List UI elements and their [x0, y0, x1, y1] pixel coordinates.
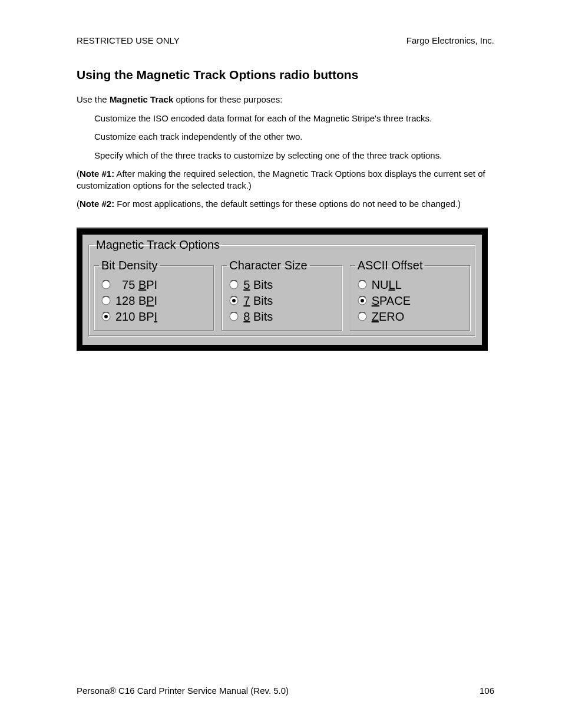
note-2: (Note #2: For most applications, the def… [77, 198, 494, 210]
note2-text: For most applications, the default setti… [114, 199, 461, 209]
group-row: Bit Density 75 BPI128 BPI210 BPICharacte… [94, 259, 471, 331]
header-left: RESTRICTED USE ONLY [77, 35, 180, 45]
radio-selected-icon [101, 312, 111, 321]
radio-label: ZERO [372, 310, 405, 324]
radio-option[interactable]: NULL [358, 278, 465, 292]
svg-point-10 [361, 299, 364, 302]
note1-label: Note #1: [80, 169, 114, 179]
group-legend: ASCII Offset [355, 259, 425, 272]
radio-selected-icon [358, 296, 367, 305]
radio-unselected-icon [229, 280, 239, 289]
group-legend: Character Size [227, 259, 309, 272]
radio-label: 7 Bits [243, 294, 273, 308]
radio-option[interactable]: 210 BPI [101, 310, 209, 324]
radio-label: NULL [372, 278, 402, 292]
svg-point-7 [230, 312, 238, 321]
radio-unselected-icon [101, 296, 111, 305]
header-right: Fargo Electronics, Inc. [406, 35, 494, 45]
svg-point-1 [102, 297, 110, 305]
intro-post: options for these purposes: [173, 94, 282, 104]
radio-label: 8 Bits [243, 310, 273, 324]
radio-option[interactable]: SPACE [358, 294, 465, 308]
radio-unselected-icon [358, 312, 367, 321]
svg-point-11 [358, 312, 366, 321]
bullet-3: Specify which of the three tracks to cus… [94, 150, 494, 162]
footer-right: 106 [480, 686, 494, 696]
radio-unselected-icon [229, 312, 239, 321]
svg-point-3 [104, 315, 108, 318]
bullet-2: Customize each track independently of th… [94, 131, 494, 143]
note2-label: Note #2: [80, 199, 114, 209]
dialog-border: Magnetic Track Options Bit Density 75 BP… [77, 229, 488, 351]
group-legend: Bit Density [99, 259, 160, 272]
intro-paragraph: Use the Magnetic Track options for these… [77, 94, 494, 106]
radio-option[interactable]: 75 BPI [101, 278, 209, 292]
radio-unselected-icon [101, 280, 111, 289]
page: RESTRICTED USE ONLY Fargo Electronics, I… [0, 0, 562, 728]
note1-text: After making the required selection, the… [77, 169, 485, 190]
group-character-size: Character Size5 Bits7 Bits8 Bits [222, 259, 342, 331]
section-title: Using the Magnetic Track Options radio b… [77, 68, 494, 82]
radio-label: 210 BPI [115, 310, 157, 324]
radio-unselected-icon [358, 280, 367, 289]
radio-option[interactable]: 7 Bits [229, 294, 337, 308]
radio-option[interactable]: 8 Bits [229, 310, 337, 324]
intro-pre: Use the [77, 94, 110, 104]
svg-point-6 [232, 299, 236, 302]
dialog-panel: Magnetic Track Options Bit Density 75 BP… [82, 235, 482, 345]
footer-left: Persona® C16 Card Printer Service Manual… [77, 686, 289, 696]
svg-point-0 [102, 281, 110, 289]
main-legend: Magnetic Track Options [94, 238, 222, 252]
note-1: (Note #1: After making the required sele… [77, 168, 494, 191]
svg-point-4 [230, 281, 238, 289]
group-ascii-offset: ASCII OffsetNULLSPACEZERO [350, 259, 471, 331]
magnetic-track-options-group: Magnetic Track Options Bit Density 75 BP… [88, 238, 476, 337]
radio-option[interactable]: 5 Bits [229, 278, 337, 292]
bullet-1: Customize the ISO encoded data format fo… [94, 113, 494, 124]
page-header: RESTRICTED USE ONLY Fargo Electronics, I… [77, 35, 494, 45]
radio-label: 128 BPI [115, 294, 157, 308]
radio-option[interactable]: ZERO [358, 310, 465, 324]
intro-bold: Magnetic Track [110, 94, 173, 104]
radio-selected-icon [229, 296, 239, 305]
page-footer: Persona® C16 Card Printer Service Manual… [77, 686, 494, 696]
dialog-screenshot: Magnetic Track Options Bit Density 75 BP… [77, 228, 488, 351]
radio-label: 75 BPI [115, 278, 157, 292]
radio-option[interactable]: 128 BPI [101, 294, 209, 308]
group-bit-density: Bit Density 75 BPI128 BPI210 BPI [94, 259, 214, 331]
radio-label: 5 Bits [243, 278, 273, 292]
radio-label: SPACE [372, 294, 411, 308]
svg-point-8 [358, 281, 366, 289]
